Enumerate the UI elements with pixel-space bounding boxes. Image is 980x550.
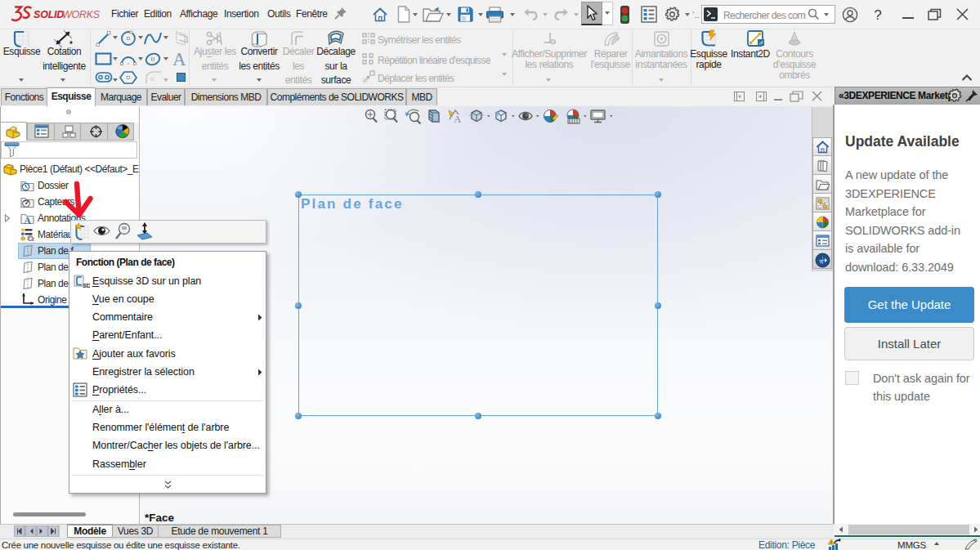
svg-text:3D: 3D (83, 282, 90, 289)
svg-text:WORKS: WORKS (62, 9, 101, 20)
svg-text:?: ? (874, 7, 881, 23)
svg-text:!: ! (830, 540, 832, 545)
svg-text:A: A (454, 113, 462, 125)
svg-text:e: e (820, 258, 823, 264)
svg-text:SOLID: SOLID (34, 9, 64, 20)
